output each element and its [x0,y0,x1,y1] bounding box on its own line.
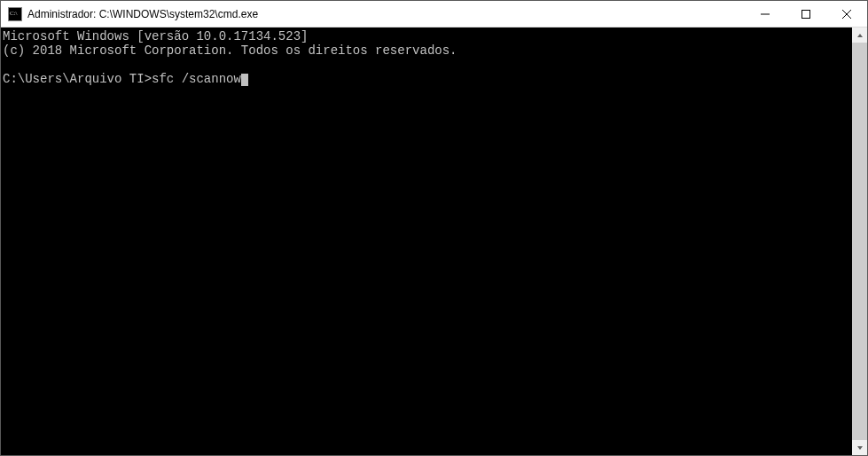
command-input[interactable]: sfc /scannow [152,72,241,86]
copyright-line: (c) 2018 Microsoft Corporation. Todos os… [3,43,457,58]
svg-rect-4 [802,10,810,18]
terminal-output[interactable]: Microsoft Windows [versão 10.0.17134.523… [1,28,852,455]
content-area: Microsoft Windows [versão 10.0.17134.523… [1,28,867,455]
svg-marker-8 [857,446,863,450]
scroll-up-button[interactable] [852,28,867,43]
cmd-window: C:\ Administrador: C:\WINDOWS\system32\c… [0,0,868,456]
version-line: Microsoft Windows [versão 10.0.17134.523… [3,29,308,43]
window-controls [745,1,867,27]
scroll-down-button[interactable] [852,440,867,455]
cmd-icon: C:\ [8,7,22,21]
window-title: Administrador: C:\WINDOWS\system32\cmd.e… [27,8,745,20]
scroll-thumb[interactable] [852,43,867,440]
text-cursor [241,74,248,86]
svg-marker-7 [857,34,863,37]
vertical-scrollbar[interactable] [852,28,867,455]
close-button[interactable] [826,1,867,27]
scroll-track[interactable] [852,43,867,440]
svg-text:C:\: C:\ [10,10,18,17]
titlebar[interactable]: C:\ Administrador: C:\WINDOWS\system32\c… [1,1,867,28]
prompt: C:\Users\Arquivo TI> [3,72,152,86]
maximize-button[interactable] [786,1,826,27]
minimize-button[interactable] [745,1,786,27]
